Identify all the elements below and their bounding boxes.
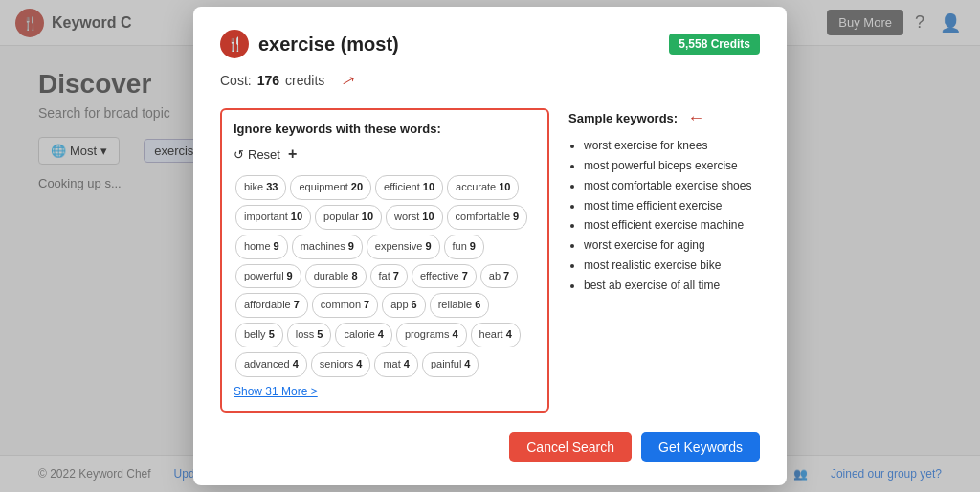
modal-cost-row: Cost: 176 credits → — [220, 68, 760, 93]
modal-overlay: 🍴 exercise (most) 5,558 Credits Cost: 17… — [0, 0, 980, 492]
sample-keyword-item: best ab exercise of all time — [584, 278, 760, 294]
keyword-tag[interactable]: powerful 9 — [235, 264, 301, 289]
modal-dialog: 🍴 exercise (most) 5,558 Credits Cost: 17… — [193, 7, 787, 485]
cancel-search-button[interactable]: Cancel Search — [509, 432, 632, 462]
sample-arrow-indicator: ← — [687, 108, 704, 128]
reset-icon: ↺ — [234, 147, 244, 162]
keyword-tag[interactable]: seniors 4 — [311, 352, 371, 377]
reset-label: Reset — [248, 147, 280, 162]
keyword-tag[interactable]: comfortable 9 — [447, 205, 528, 230]
keyword-tag[interactable]: programs 4 — [396, 323, 467, 347]
sample-keyword-item: worst exercise for knees — [584, 138, 760, 154]
keyword-tag[interactable]: calorie 4 — [335, 323, 392, 347]
sample-keywords-panel: Sample keywords: ← worst exercise for kn… — [568, 108, 760, 413]
keyword-tag[interactable]: loss 5 — [287, 323, 332, 347]
keyword-tag[interactable]: important 10 — [235, 205, 311, 230]
keyword-tag[interactable]: popular 10 — [315, 205, 382, 230]
cost-value: 176 — [257, 73, 279, 88]
modal-title-row: 🍴 exercise (most) — [220, 30, 399, 58]
keyword-tag[interactable]: mat 4 — [374, 352, 417, 377]
credits-badge: 5,558 Credits — [669, 34, 760, 55]
sample-keyword-item: most realistic exercise bike — [584, 257, 760, 274]
cost-label: Cost: — [220, 73, 252, 88]
add-keyword-button[interactable]: + — [288, 145, 297, 163]
keywords-panel: Ignore keywords with these words: ↺ Rese… — [220, 108, 549, 413]
keyword-tag[interactable]: bike 33 — [235, 175, 286, 200]
sample-keyword-item: most comfortable exercise shoes — [584, 178, 760, 194]
keyword-tag[interactable]: worst 10 — [386, 205, 443, 230]
keywords-controls: ↺ Reset + — [234, 145, 536, 163]
modal-body: Ignore keywords with these words: ↺ Rese… — [220, 108, 760, 413]
cost-suffix: credits — [285, 73, 324, 88]
keyword-tag[interactable]: equipment 20 — [290, 175, 371, 200]
keywords-panel-title: Ignore keywords with these words: — [234, 122, 536, 136]
keyword-tag[interactable]: machines 9 — [292, 235, 363, 259]
keyword-tag[interactable]: expensive 9 — [367, 235, 440, 259]
sample-keywords-list: worst exercise for kneesmost powerful bi… — [568, 138, 760, 293]
keyword-tag[interactable]: heart 4 — [471, 323, 521, 347]
keyword-tag[interactable]: app 6 — [382, 293, 425, 318]
keyword-tag[interactable]: belly 5 — [235, 323, 283, 347]
keyword-tag[interactable]: fun 9 — [444, 235, 484, 259]
keyword-tag[interactable]: durable 8 — [305, 264, 367, 289]
sample-keyword-item: most time efficient exercise — [584, 198, 760, 214]
keyword-tag[interactable]: common 7 — [312, 293, 378, 318]
modal-header: 🍴 exercise (most) 5,558 Credits — [220, 30, 760, 58]
cost-arrow-indicator: → — [333, 64, 364, 97]
sample-panel-title: Sample keywords: ← — [568, 108, 760, 128]
show-more-link[interactable]: Show 31 More > — [234, 385, 318, 398]
keyword-tag[interactable]: home 9 — [235, 235, 288, 259]
keyword-tag[interactable]: effective 7 — [412, 264, 477, 289]
keyword-tag[interactable]: fat 7 — [370, 264, 408, 289]
keyword-tag[interactable]: advanced 4 — [235, 352, 307, 377]
sample-keyword-item: worst exercise for aging — [584, 237, 760, 254]
keyword-tag[interactable]: ab 7 — [480, 264, 518, 289]
keywords-tags-area: bike 33equipment 20efficient 10accurate … — [234, 172, 536, 379]
get-keywords-button[interactable]: Get Keywords — [641, 432, 760, 462]
modal-footer: Cancel Search Get Keywords — [220, 432, 760, 462]
reset-button[interactable]: ↺ Reset — [234, 147, 280, 162]
modal-title: exercise (most) — [258, 34, 399, 56]
sample-keyword-item: most efficient exercise machine — [584, 217, 760, 234]
keyword-tag[interactable]: affordable 7 — [235, 293, 308, 318]
keyword-tag[interactable]: reliable 6 — [430, 293, 490, 318]
sample-keyword-item: most powerful biceps exercise — [584, 158, 760, 174]
modal-logo-icon: 🍴 — [220, 30, 249, 58]
keyword-tag[interactable]: accurate 10 — [447, 175, 519, 200]
keyword-tag[interactable]: efficient 10 — [375, 175, 443, 200]
keyword-tag[interactable]: painful 4 — [422, 352, 479, 377]
